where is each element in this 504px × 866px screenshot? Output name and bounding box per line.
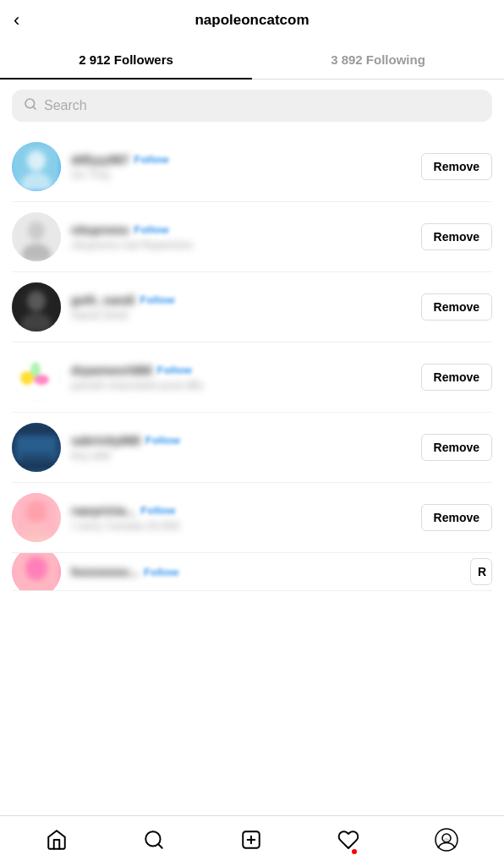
username[interactable]: nitupremo [71, 223, 129, 237]
avatar[interactable] [12, 142, 61, 191]
user-info: drpamworld88 Follow pamell channeled pro… [71, 364, 411, 392]
list-item: nitupremo Follow nitupremo hat Repertoir… [12, 202, 492, 272]
home-icon [46, 829, 68, 854]
add-icon [240, 829, 262, 854]
user-info: ddfyyy987 Follow On Troy [71, 153, 411, 181]
remove-button[interactable]: Remove [421, 293, 492, 321]
list-item: raarprinia... Follow I carry Canada 20,0… [12, 483, 492, 553]
list-item: buuuuuuu... Follow R [12, 553, 492, 591]
nav-home[interactable] [36, 824, 78, 859]
bottom-nav [0, 815, 504, 866]
list-item: goth_nandi Follow Nandi Dindi Remove [12, 272, 492, 343]
nav-search[interactable] [133, 824, 175, 859]
list-item: ddfyyy987 Follow On Troy Remove [12, 132, 492, 202]
username[interactable]: sabrinity888 [71, 434, 140, 447]
follow-button[interactable]: Follow [144, 566, 178, 578]
svg-line-1 [33, 107, 36, 109]
svg-rect-17 [20, 452, 52, 465]
svg-point-31 [444, 838, 449, 841]
user-fullname: Nandi Dindi [71, 309, 411, 321]
user-info: goth_nandi Follow Nandi Dindi [71, 293, 411, 321]
remove-button[interactable]: Remove [421, 434, 492, 461]
tab-following[interactable]: 3 892 Following [252, 41, 504, 79]
follow-button[interactable]: Follow [134, 153, 168, 166]
avatar[interactable] [12, 493, 61, 542]
user-fullname: tiny wild [71, 449, 411, 462]
remove-button[interactable]: R [470, 558, 492, 585]
svg-line-25 [158, 844, 162, 848]
profile-icon [435, 828, 458, 855]
tabs-container: 2 912 Followers 3 892 Following [0, 41, 504, 79]
followers-list: ddfyyy987 Follow On Troy Remove nituprem… [0, 132, 504, 591]
follow-button[interactable]: Follow [134, 223, 168, 236]
nav-profile[interactable] [425, 823, 468, 860]
follow-button[interactable]: Follow [145, 434, 180, 447]
avatar[interactable] [12, 353, 61, 402]
user-fullname: I carry Canada 20,000 [71, 519, 411, 532]
svg-point-9 [27, 291, 46, 311]
remove-button[interactable]: Remove [421, 504, 492, 531]
list-item: sabrinity888 Follow tiny wild Remove [12, 413, 492, 483]
user-info: nitupremo Follow nitupremo hat Repertoir… [71, 223, 411, 251]
avatar[interactable] [12, 282, 61, 332]
username[interactable]: ddfyyy987 [71, 153, 129, 167]
search-nav-icon [143, 829, 165, 854]
user-fullname: On Troy [71, 168, 411, 181]
user-info: buuuuuuu... Follow [71, 565, 460, 578]
follow-button[interactable]: Follow [140, 293, 174, 306]
svg-point-23 [25, 556, 47, 580]
back-button[interactable]: ‹ [14, 9, 19, 31]
follow-button[interactable]: Follow [140, 504, 175, 517]
remove-button[interactable]: Remove [421, 364, 492, 391]
remove-button[interactable]: Remove [421, 223, 492, 250]
username[interactable]: raarprinia... [71, 504, 135, 518]
page-title: napoleoncatcom [194, 12, 309, 29]
nav-activity[interactable] [327, 824, 370, 859]
username[interactable]: goth_nandi [71, 293, 134, 307]
svg-point-3 [27, 151, 46, 171]
username[interactable]: drpamworld88 [71, 364, 152, 377]
search-bar [12, 90, 492, 122]
user-fullname: pamell channeled prod dffu [71, 379, 411, 392]
tab-followers[interactable]: 2 912 Followers [0, 41, 252, 79]
notification-dot [352, 849, 357, 854]
list-item: drpamworld88 Follow pamell channeled pro… [12, 343, 492, 413]
follow-button[interactable]: Follow [157, 364, 192, 376]
user-info: sabrinity888 Follow tiny wild [71, 434, 411, 462]
user-info: raarprinia... Follow I carry Canada 20,0… [71, 504, 411, 532]
search-icon [24, 97, 37, 114]
avatar[interactable] [12, 423, 61, 472]
username[interactable]: buuuuuuu... [71, 565, 139, 578]
search-input[interactable] [44, 98, 480, 113]
nav-add[interactable] [230, 824, 272, 859]
svg-point-14 [30, 362, 41, 377]
svg-rect-21 [16, 497, 57, 538]
remove-button[interactable]: Remove [421, 153, 492, 180]
svg-point-6 [28, 222, 45, 240]
header: ‹ napoleoncatcom [0, 0, 504, 41]
user-fullname: nitupremo hat Repertoire [71, 238, 411, 251]
avatar[interactable] [12, 212, 61, 261]
avatar[interactable] [12, 553, 61, 591]
